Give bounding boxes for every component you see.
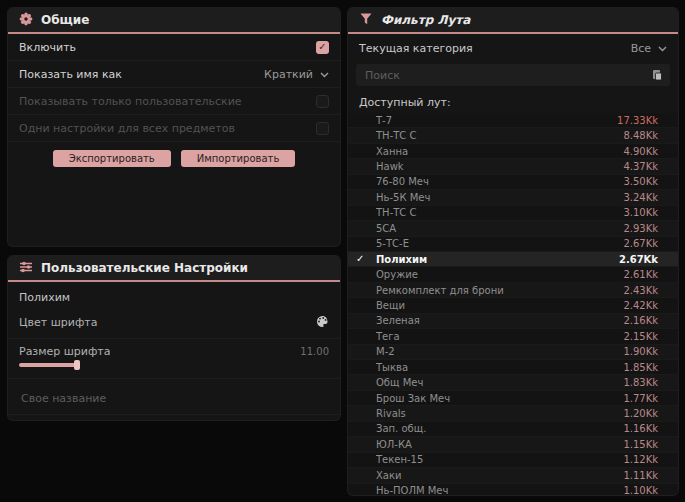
palette-icon[interactable] [316,313,329,332]
item-value: 4.37Kk [623,161,658,172]
search-bar [356,64,670,86]
list-item[interactable]: ✓Полихим2.67Kk [348,252,678,267]
slider-handle[interactable] [74,360,80,370]
item-value: 1.83Kk [623,377,658,388]
export-import-row: Экспортировать Импортировать [8,150,340,167]
font-size-slider[interactable] [19,360,329,370]
list-item[interactable]: Тега2.15Kk [348,329,678,344]
item-name: Тыква [376,362,623,373]
font-color-row: Цвет шрифта [8,307,340,339]
item-name: Нь-ПОЛМ Меч [376,485,623,495]
available-loot-label: Доступный лут: [348,92,678,113]
item-name: Ремкомплект для брони [376,285,623,296]
list-item[interactable]: Ханна4.90Kk [348,144,678,159]
list-item[interactable]: 5-ТС-Е2.67Kk [348,237,678,252]
list-item[interactable]: Брош Зак Меч1.77Kk [348,391,678,406]
item-name: Т-7 [376,115,617,126]
item-value: 4.90Kk [623,146,658,157]
item-value: 2.61Kk [623,269,658,280]
item-value: 2.15Kk [623,331,658,342]
category-dropdown[interactable]: Все [631,42,667,55]
list-item[interactable]: Hawk4.37Kk [348,159,678,174]
list-item[interactable]: Хаки1.11Kk [348,468,678,483]
item-value: 3.24Kk [623,192,658,203]
item-name: Rivals [376,408,623,419]
display-name-dropdown[interactable]: Краткий [264,68,329,81]
item-value: 1.16Kk [623,423,658,434]
item-value: 2.42Kk [623,300,658,311]
list-item[interactable]: Текен-151.12Kk [348,453,678,468]
item-value: 1.90Kk [623,346,658,357]
paste-icon[interactable] [651,66,663,85]
item-value: 2.43Kk [623,285,658,296]
item-name: Ханна [376,146,623,157]
list-item[interactable]: Оружие2.61Kk [348,267,678,282]
loot-list: Т-717.33KkТН-ТС С8.48KkХанна4.90KkHawk4.… [348,113,678,495]
item-name: 76-80 Меч [376,176,623,187]
item-value: 3.50Kk [623,176,658,187]
item-value: 1.15Kk [623,439,658,450]
font-size-row: Размер шрифта 11.00 [8,339,340,358]
list-item[interactable]: ТН-ТС С8.48Kk [348,128,678,143]
custom-name-row [8,379,340,415]
selected-item-name: Полихим [8,282,340,307]
list-item[interactable]: Ремкомплект для брони2.43Kk [348,283,678,298]
item-value: 1.77Kk [623,393,658,404]
item-name: Тега [376,331,623,342]
category-dropdown-value: Все [631,42,651,55]
item-value: 1.20Kk [623,408,658,419]
item-name: М-2 [376,346,623,357]
list-item[interactable]: 5СА2.93Kk [348,221,678,236]
list-item[interactable]: 76-80 Меч3.50Kk [348,175,678,190]
list-item[interactable]: ЮЛ-КА1.15Kk [348,437,678,452]
item-name: Нь-5К Меч [376,192,623,203]
item-value: 2.67Kk [623,238,658,249]
custom-settings-header: Пользовательские Настройки [8,256,340,282]
display-name-row: Показать имя как Краткий [8,61,340,88]
item-value: 2.67Kk [619,254,658,265]
item-value: 2.16Kk [623,315,658,326]
list-item[interactable]: Зеленая2.16Kk [348,314,678,329]
import-button[interactable]: Импортировать [181,150,296,167]
list-item[interactable]: Нь-ПОЛМ Меч1.10Kk [348,484,678,496]
item-value: 3.10Kk [623,207,658,218]
list-item[interactable]: Зап. общ.1.16Kk [348,422,678,437]
same-settings-row: Одни настройки для всех предметов [8,115,340,142]
list-item[interactable]: Общ Меч1.83Kk [348,375,678,390]
list-item[interactable]: Нь-5К Меч3.24Kk [348,190,678,205]
gear-icon [19,11,33,30]
item-name: Вещи [376,300,623,311]
loot-filter-header: Фильтр Лута [348,8,678,34]
only-custom-row: Показывать только пользовательские [8,88,340,115]
display-name-label: Показать имя как [19,68,122,81]
category-row: Текущая категория Все [348,34,678,62]
list-item[interactable]: Тыква1.85Kk [348,360,678,375]
panel-title: Пользовательские Настройки [41,261,248,275]
search-input[interactable] [363,68,645,83]
general-panel-header: Общие [8,8,340,34]
same-settings-label: Одни настройки для всех предметов [19,122,235,135]
item-value: 1.10Kk [623,485,658,495]
export-button[interactable]: Экспортировать [53,150,171,167]
general-panel: Общие Включить ✓ Показать имя как Кратки… [8,8,340,246]
custom-name-input[interactable] [19,391,333,406]
list-item[interactable]: Rivals1.20Kk [348,406,678,421]
enable-checkbox[interactable]: ✓ [316,41,329,54]
item-value: 1.11Kk [623,470,658,481]
item-name: Зеленая [376,315,623,326]
item-name: Полихим [376,254,619,265]
item-value: 2.93Kk [623,223,658,234]
funnel-icon [359,11,373,30]
item-name: ТН-ТС С [376,130,623,141]
list-item[interactable]: М-21.90Kk [348,345,678,360]
list-item[interactable]: Вещи2.42Kk [348,298,678,313]
font-size-label: Размер шрифта [19,345,111,358]
category-label: Текущая категория [359,42,473,55]
custom-settings-panel: Пользовательские Настройки Полихим Цвет … [8,256,340,420]
item-name: Брош Зак Меч [376,393,623,404]
item-value: 1.12Kk [623,454,658,465]
check-icon: ✓ [356,253,364,264]
item-name: ЮЛ-КА [376,439,623,450]
list-item[interactable]: Т-717.33Kk [348,113,678,128]
list-item[interactable]: ТН-ТС С3.10Kk [348,206,678,221]
